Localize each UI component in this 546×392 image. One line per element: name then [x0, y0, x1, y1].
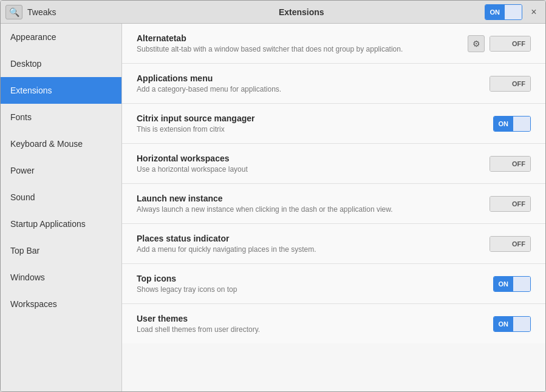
- search-icon: 🔍: [9, 7, 19, 17]
- extension-top-icons: Top icons Shows legacy tray icons on top…: [122, 264, 545, 304]
- extension-launch-new-instance-info: Launch new instance Always launch a new …: [137, 194, 490, 214]
- extension-alternatetab-controls: ⚙ OFF: [468, 35, 531, 52]
- main-content: Appearance Desktop Extensions Fonts Keyb…: [1, 24, 545, 391]
- user-themes-toggle-label: ON: [494, 317, 514, 331]
- extension-horizontal-workspaces-info: Horizontal workspaces Use a horizontal w…: [137, 154, 490, 174]
- alternatetab-toggle-spacer: [490, 36, 507, 51]
- citrix-input-toggle-spacer: [513, 117, 530, 131]
- sidebar-item-windows[interactable]: Windows: [1, 264, 121, 291]
- places-status-indicator-toggle-label: OFF: [507, 237, 530, 251]
- horizontal-workspaces-toggle-spacer: [490, 157, 507, 171]
- extension-applications-menu-controls: OFF: [490, 76, 531, 92]
- search-button[interactable]: 🔍: [5, 5, 22, 19]
- launch-new-instance-toggle-spacer: [490, 197, 507, 211]
- alternatetab-toggle-label: OFF: [507, 36, 530, 51]
- sidebar-item-sound[interactable]: Sound: [1, 184, 121, 211]
- extension-launch-new-instance-controls: OFF: [490, 196, 531, 212]
- extension-places-status-indicator-name: Places status indicator: [137, 234, 490, 243]
- horizontal-workspaces-toggle-label: OFF: [507, 157, 530, 171]
- extension-places-status-indicator-info: Places status indicator Add a menu for q…: [137, 234, 490, 254]
- extension-horizontal-workspaces-name: Horizontal workspaces: [137, 154, 490, 163]
- extension-top-icons-info: Top icons Shows legacy tray icons on top: [137, 274, 493, 294]
- extension-applications-menu: Applications menu Add a category-based m…: [122, 64, 545, 104]
- sidebar-item-workspaces[interactable]: Workspaces: [1, 291, 121, 317]
- sidebar-item-power[interactable]: Power: [1, 157, 121, 184]
- citrix-input-toggle-label: ON: [494, 117, 514, 131]
- extension-alternatetab-desc: Substitute alt-tab with a window based s…: [137, 45, 468, 53]
- extension-citrix-input: Citrix input source mangager This is ext…: [122, 104, 545, 144]
- alternatetab-toggle[interactable]: OFF: [490, 36, 531, 52]
- citrix-input-toggle[interactable]: ON: [493, 116, 531, 132]
- extension-user-themes-desc: Load shell themes from user directory.: [137, 325, 493, 334]
- extension-applications-menu-name: Applications menu: [137, 73, 490, 83]
- extension-launch-new-instance-desc: Always launch a new instance when clicki…: [137, 205, 490, 214]
- close-button[interactable]: ×: [527, 5, 541, 19]
- sidebar: Appearance Desktop Extensions Fonts Keyb…: [1, 24, 122, 391]
- top-icons-toggle-label: ON: [494, 277, 514, 291]
- sidebar-item-desktop[interactable]: Desktop: [1, 50, 121, 77]
- places-status-indicator-toggle-spacer: [490, 237, 507, 251]
- extension-launch-new-instance-name: Launch new instance: [137, 194, 490, 203]
- extension-user-themes-info: User themes Load shell themes from user …: [137, 314, 493, 334]
- extension-horizontal-workspaces: Horizontal workspaces Use a horizontal w…: [122, 144, 545, 184]
- extension-launch-new-instance: Launch new instance Always launch a new …: [122, 184, 545, 224]
- extension-citrix-input-controls: ON: [493, 116, 531, 132]
- applications-menu-toggle[interactable]: OFF: [490, 76, 531, 92]
- sidebar-item-startup-applications[interactable]: Startup Applications: [1, 211, 121, 237]
- horizontal-workspaces-toggle[interactable]: OFF: [490, 156, 531, 172]
- user-themes-toggle[interactable]: ON: [493, 316, 531, 332]
- applications-menu-toggle-label: OFF: [507, 76, 530, 91]
- app-title: Tweaks: [27, 7, 118, 17]
- top-icons-toggle[interactable]: ON: [493, 276, 531, 292]
- extension-alternatetab-name: Alternatetab: [137, 33, 468, 43]
- extension-citrix-input-name: Citrix input source mangager: [137, 113, 493, 123]
- extension-places-status-indicator: Places status indicator Add a menu for q…: [122, 224, 545, 264]
- extension-top-icons-name: Top icons: [137, 274, 493, 283]
- sidebar-item-appearance[interactable]: Appearance: [1, 24, 121, 50]
- launch-new-instance-toggle-label: OFF: [507, 197, 530, 211]
- extension-user-themes-name: User themes: [137, 314, 493, 323]
- extension-alternatetab-info: Alternatetab Substitute alt-tab with a w…: [137, 33, 468, 53]
- places-status-indicator-toggle[interactable]: OFF: [490, 236, 531, 252]
- extension-top-icons-desc: Shows legacy tray icons on top: [137, 285, 493, 294]
- main-toggle-on-label: ON: [485, 5, 505, 19]
- extension-applications-menu-info: Applications menu Add a category-based m…: [137, 73, 490, 93]
- sidebar-item-extensions[interactable]: Extensions: [1, 77, 121, 104]
- extension-applications-menu-desc: Add a category-based menu for applicatio…: [137, 85, 490, 93]
- page-title: Extensions: [118, 7, 485, 17]
- main-toggle[interactable]: ON: [485, 4, 523, 20]
- extension-alternatetab: Alternatetab Substitute alt-tab with a w…: [122, 24, 545, 64]
- extension-places-status-indicator-controls: OFF: [490, 236, 531, 252]
- sidebar-item-top-bar[interactable]: Top Bar: [1, 237, 121, 264]
- applications-menu-toggle-spacer: [490, 76, 507, 91]
- extension-citrix-input-desc: This is extension from citrix: [137, 125, 493, 133]
- top-icons-toggle-spacer: [513, 277, 530, 291]
- extensions-content: Alternatetab Substitute alt-tab with a w…: [122, 24, 545, 391]
- extension-horizontal-workspaces-controls: OFF: [490, 156, 531, 172]
- extension-horizontal-workspaces-desc: Use a horizontal workspace layout: [137, 165, 490, 174]
- extension-top-icons-controls: ON: [493, 276, 531, 292]
- extension-citrix-input-info: Citrix input source mangager This is ext…: [137, 113, 493, 133]
- sidebar-item-keyboard-mouse[interactable]: Keyboard & Mouse: [1, 130, 121, 157]
- launch-new-instance-toggle[interactable]: OFF: [490, 196, 531, 212]
- extension-user-themes: User themes Load shell themes from user …: [122, 304, 545, 343]
- main-toggle-spacer: [505, 5, 522, 19]
- user-themes-toggle-spacer: [513, 317, 530, 331]
- sidebar-item-fonts[interactable]: Fonts: [1, 104, 121, 130]
- extension-places-status-indicator-desc: Add a menu for quickly navigating places…: [137, 245, 490, 254]
- extension-user-themes-controls: ON: [493, 316, 531, 332]
- titlebar: 🔍 Tweaks Extensions ON ×: [1, 1, 545, 24]
- alternatetab-gear-button[interactable]: ⚙: [468, 35, 485, 52]
- main-window: 🔍 Tweaks Extensions ON × Appearance Desk…: [0, 0, 546, 392]
